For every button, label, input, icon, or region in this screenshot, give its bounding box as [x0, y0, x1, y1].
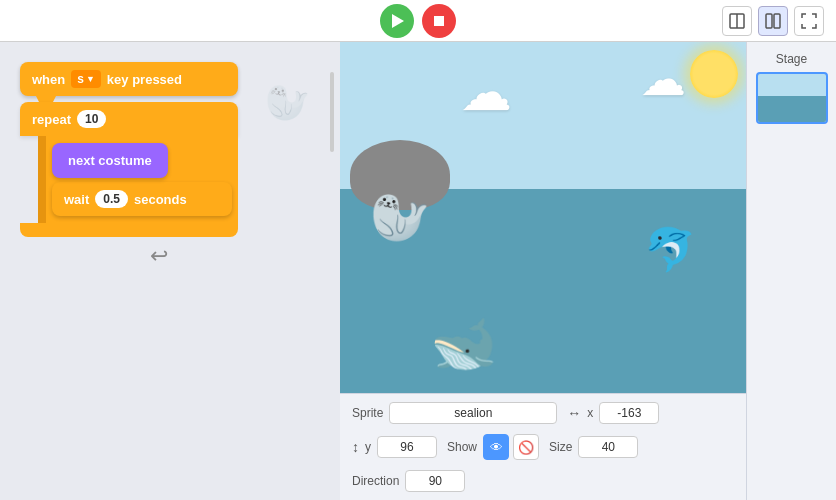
size-label: Size	[549, 440, 572, 454]
rotation-arrow-icon: ↩	[150, 243, 238, 269]
cloud2-sprite: ☁	[640, 52, 686, 106]
layout-button-2[interactable]	[758, 6, 788, 36]
stage-panel-label: Stage	[776, 52, 807, 66]
stage-canvas: ☁ ☁ 🦭 🐬 🐋	[340, 42, 746, 393]
show-visible-button[interactable]: 👁	[483, 434, 509, 460]
layout-button-fullscreen[interactable]	[794, 6, 824, 36]
show-buttons: 👁 🚫	[483, 434, 539, 460]
y-coord-section: ↕ y	[352, 436, 437, 458]
size-section: Size	[549, 436, 638, 458]
repeat-label: repeat	[32, 112, 71, 127]
wait-block[interactable]: wait 0.5 seconds	[52, 182, 232, 216]
layout-button-1[interactable]	[722, 6, 752, 36]
stage-info-bar: Sprite ↔ x ↕ y Show 👁 🚫 S	[340, 393, 746, 500]
next-costume-inner[interactable]: next costume	[52, 143, 168, 178]
repeat-block[interactable]: repeat 10 next costume wai	[20, 102, 238, 237]
sprite-name-section: Sprite	[352, 402, 557, 424]
key-value: s	[77, 72, 84, 86]
sprite-label: Sprite	[352, 406, 383, 420]
updown-icon: ↕	[352, 439, 359, 455]
move-icon: ↔	[567, 405, 581, 421]
svg-rect-4	[766, 14, 772, 28]
repeat-header[interactable]: repeat 10	[20, 102, 238, 136]
y-label: y	[365, 440, 371, 454]
svg-marker-0	[392, 14, 404, 28]
repeat-footer	[20, 223, 238, 237]
direction-value-input[interactable]	[405, 470, 465, 492]
repeat-count-input[interactable]: 10	[77, 110, 106, 128]
direction-label: Direction	[352, 474, 399, 488]
seconds-label: seconds	[134, 192, 187, 207]
scrollbar[interactable]	[330, 72, 334, 152]
code-panel: 🦭 when s ▼ key pressed repeat	[0, 42, 340, 500]
stop-button[interactable]	[422, 4, 456, 38]
y-value-input[interactable]	[377, 436, 437, 458]
when-key-pressed-block[interactable]: when s ▼ key pressed	[20, 62, 238, 96]
svg-rect-5	[774, 14, 780, 28]
sun-sprite	[690, 50, 738, 98]
stage-area: ☁ ☁ 🦭 🐬 🐋 Sprite ↔ x	[340, 42, 746, 500]
direction-section: Direction	[352, 470, 465, 492]
toolbar	[0, 0, 836, 42]
sprite-name-input[interactable]	[389, 402, 557, 424]
x-coord-section: ↔ x	[567, 402, 659, 424]
next-costume-label: next costume	[68, 153, 152, 168]
when-key-block[interactable]: when s ▼ key pressed	[20, 62, 238, 96]
wait-inner[interactable]: wait 0.5 seconds	[52, 182, 232, 216]
toolbar-right	[464, 6, 824, 36]
whale-sprite: 🐋	[430, 312, 497, 375]
key-pressed-label: key pressed	[107, 72, 182, 87]
right-panel: Stage	[746, 42, 836, 500]
sprite-ghost-icon: 🦭	[265, 82, 310, 124]
wait-label: wait	[64, 192, 89, 207]
stage-thumbnail-water	[758, 96, 826, 122]
green-flag-button[interactable]	[380, 4, 414, 38]
show-label: Show	[447, 440, 477, 454]
show-hidden-button[interactable]: 🚫	[513, 434, 539, 460]
x-value-input[interactable]	[599, 402, 659, 424]
stage-thumbnail[interactable]	[756, 72, 828, 124]
dropdown-arrow-icon: ▼	[86, 74, 95, 84]
key-dropdown[interactable]: s ▼	[71, 70, 101, 88]
next-costume-block[interactable]: next costume	[52, 143, 232, 178]
cloud1-sprite: ☁	[460, 62, 512, 122]
svg-rect-1	[434, 16, 444, 26]
x-label: x	[587, 406, 593, 420]
toolbar-center	[380, 4, 456, 38]
when-label: when	[32, 72, 65, 87]
dolphin-sprite: 🐬	[644, 225, 696, 274]
show-section: Show 👁 🚫	[447, 434, 539, 460]
wait-value-input[interactable]: 0.5	[95, 190, 128, 208]
size-value-input[interactable]	[578, 436, 638, 458]
repeat-body: next costume wait 0.5 seconds	[38, 136, 238, 223]
blocks-area: when s ▼ key pressed repeat 10	[20, 62, 238, 269]
main-area: 🦭 when s ▼ key pressed repeat	[0, 42, 836, 500]
seal-sprite: 🦭	[370, 190, 430, 246]
